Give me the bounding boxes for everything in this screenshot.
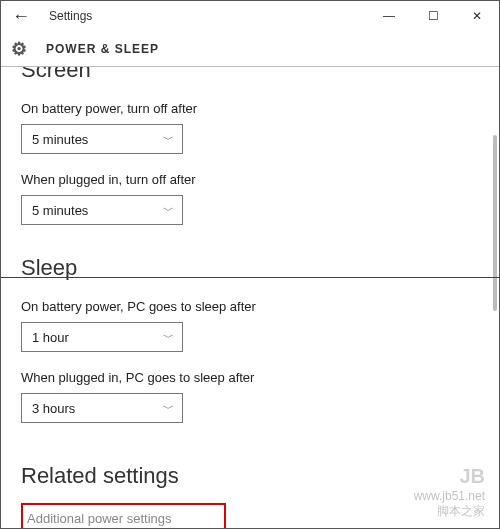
back-button[interactable]: ← [7,2,35,30]
chevron-down-icon: ﹀ [163,203,174,218]
section-heading-related: Related settings [21,461,479,489]
content-area: Screen On battery power, turn off after … [1,67,499,529]
watermark-site: www.jb51.net [414,489,485,505]
label-sleep-plugged: When plugged in, PC goes to sleep after [21,370,479,385]
section-heading-screen: Screen [21,67,479,83]
gear-icon[interactable]: ⚙ [11,38,28,60]
arrow-left-icon: ← [12,6,30,27]
page-header: ⚙ POWER & SLEEP [1,31,499,67]
window-titlebar: ← Settings — ☐ ✕ [1,1,499,31]
watermark-name: 脚本之家 [414,504,485,520]
minimize-icon: — [383,9,395,23]
link-additional-power-settings[interactable]: Additional power settings [27,511,172,526]
close-button[interactable]: ✕ [455,2,499,30]
watermark: JB www.jb51.net 脚本之家 [414,463,485,520]
watermark-brand: JB [414,463,485,489]
close-icon: ✕ [472,9,482,23]
dropdown-sleep-battery[interactable]: 1 hour ﹀ [21,322,183,352]
label-screen-plugged: When plugged in, turn off after [21,172,479,187]
dropdown-value: 1 hour [32,330,69,345]
dropdown-value: 3 hours [32,401,75,416]
dropdown-screen-battery[interactable]: 5 minutes ﹀ [21,124,183,154]
chevron-down-icon: ﹀ [163,132,174,147]
scrollbar-thumb[interactable] [493,135,497,311]
page-title: POWER & SLEEP [46,42,159,56]
maximize-button[interactable]: ☐ [411,2,455,30]
label-screen-battery: On battery power, turn off after [21,101,479,116]
label-sleep-battery: On battery power, PC goes to sleep after [21,299,479,314]
window-controls: — ☐ ✕ [367,2,499,30]
annotation-red-line [1,277,499,278]
window-title: Settings [49,9,92,23]
dropdown-value: 5 minutes [32,203,88,218]
chevron-down-icon: ﹀ [163,330,174,345]
dropdown-screen-plugged[interactable]: 5 minutes ﹀ [21,195,183,225]
minimize-button[interactable]: — [367,2,411,30]
annotation-red-box: Additional power settings [21,503,226,529]
chevron-down-icon: ﹀ [163,401,174,416]
maximize-icon: ☐ [428,9,439,23]
dropdown-sleep-plugged[interactable]: 3 hours ﹀ [21,393,183,423]
dropdown-value: 5 minutes [32,132,88,147]
